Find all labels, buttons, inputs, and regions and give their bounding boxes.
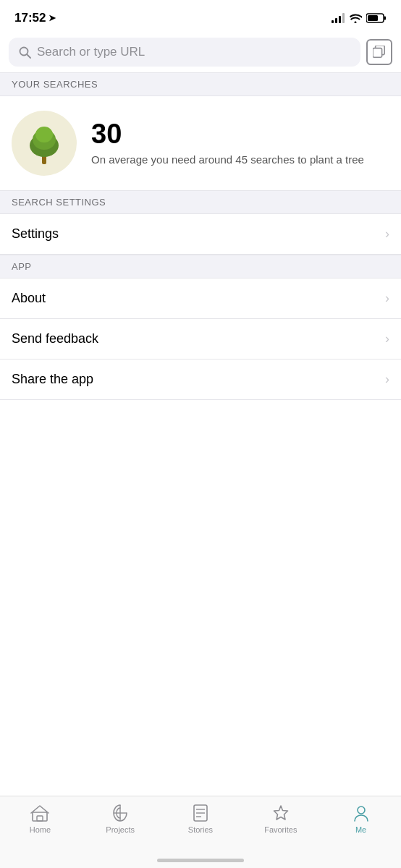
favorites-icon <box>271 804 290 822</box>
settings-chevron-icon: › <box>385 226 389 242</box>
tree-card: 30 On average you need around 45 searche… <box>0 96 401 190</box>
me-icon <box>352 804 371 822</box>
tabs-copy-icon <box>373 46 386 59</box>
projects-tab-label: Projects <box>106 825 135 834</box>
about-label: About <box>12 291 46 306</box>
navigation-arrow: ➤ <box>48 13 56 23</box>
svg-rect-6 <box>373 48 382 58</box>
settings-label: Settings <box>12 226 59 242</box>
battery-icon <box>366 13 387 23</box>
tab-stories[interactable]: Stories <box>161 804 241 834</box>
share-app-label: Share the app <box>12 372 93 387</box>
send-feedback-chevron-icon: › <box>385 331 389 346</box>
stories-icon <box>191 804 210 822</box>
svg-point-10 <box>35 127 53 142</box>
home-tab-label: Home <box>30 825 51 834</box>
signal-icon <box>332 13 345 23</box>
status-icons <box>332 13 387 23</box>
favorites-tab-label: Favorites <box>264 825 297 834</box>
tab-favorites[interactable]: Favorites <box>240 804 321 834</box>
share-app-menu-item[interactable]: Share the app › <box>0 359 401 400</box>
svg-rect-2 <box>368 15 378 21</box>
tab-bar: Home Projects Stories Favorites Me <box>0 796 401 868</box>
search-icon <box>19 46 31 59</box>
share-app-chevron-icon: › <box>385 372 389 387</box>
svg-rect-12 <box>37 816 43 821</box>
stories-tab-label: Stories <box>188 825 213 834</box>
send-feedback-menu-item[interactable]: Send feedback › <box>0 319 401 359</box>
svg-rect-1 <box>384 17 387 20</box>
me-tab-label: Me <box>355 825 366 834</box>
wifi-icon <box>349 13 362 23</box>
about-chevron-icon: › <box>385 291 389 306</box>
home-icon <box>30 804 49 822</box>
send-feedback-label: Send feedback <box>12 331 98 346</box>
search-placeholder: Search or type URL <box>37 45 145 59</box>
app-header: APP <box>0 255 401 278</box>
tree-count: 30 <box>91 120 389 148</box>
projects-icon <box>111 804 130 822</box>
tab-projects[interactable]: Projects <box>80 804 161 834</box>
your-searches-header: YOUR SEARCHES <box>0 72 401 96</box>
about-menu-item[interactable]: About › <box>0 278 401 319</box>
settings-menu-item[interactable]: Settings › <box>0 214 401 255</box>
svg-line-4 <box>27 54 30 58</box>
svg-rect-11 <box>33 812 47 821</box>
search-settings-header: SEARCH SETTINGS <box>0 190 401 214</box>
tree-description: On average you need around 45 searches t… <box>91 152 389 167</box>
tabs-icon[interactable] <box>366 39 392 65</box>
search-input-wrapper[interactable]: Search or type URL <box>9 38 360 67</box>
home-indicator <box>157 859 244 862</box>
tab-me[interactable]: Me <box>321 804 401 834</box>
status-bar: 17:52 ➤ <box>0 0 401 32</box>
status-time: 17:52 ➤ <box>14 11 56 25</box>
tree-image <box>19 118 69 169</box>
search-bar-container: Search or type URL <box>0 32 401 72</box>
tree-circle <box>12 111 77 176</box>
tab-home[interactable]: Home <box>0 804 80 834</box>
svg-point-19 <box>358 807 365 814</box>
tree-info: 30 On average you need around 45 searche… <box>91 120 389 167</box>
